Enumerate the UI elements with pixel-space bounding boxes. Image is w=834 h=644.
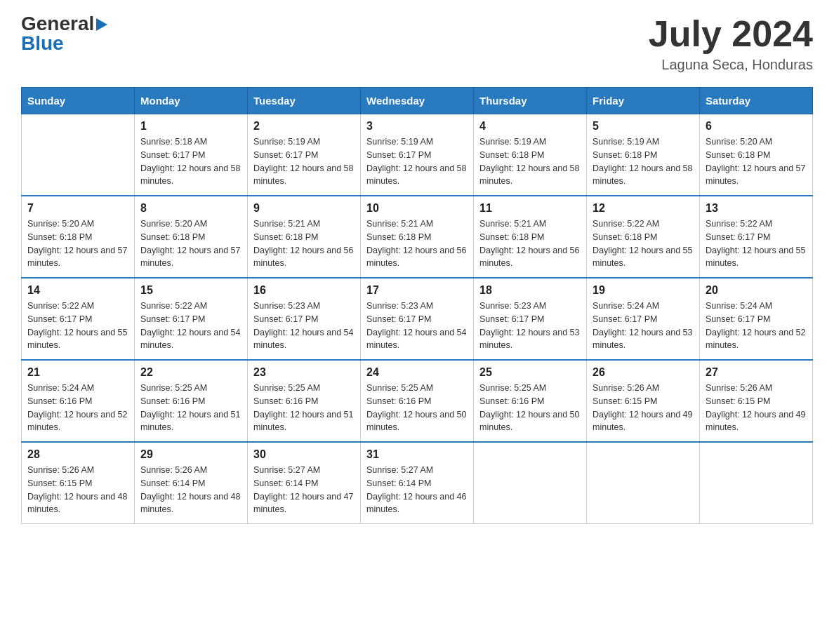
calendar-week-row: 1 Sunrise: 5:18 AMSunset: 6:17 PMDayligh… [22,114,813,196]
calendar-header-row: Sunday Monday Tuesday Wednesday Thursday… [22,88,813,114]
day-number: 3 [366,120,468,133]
table-row: 1 Sunrise: 5:18 AMSunset: 6:17 PMDayligh… [135,114,248,196]
table-row: 21 Sunrise: 5:24 AMSunset: 6:16 PMDaylig… [22,360,135,442]
day-number: 1 [140,120,241,133]
calendar-week-row: 14 Sunrise: 5:22 AMSunset: 6:17 PMDaylig… [22,278,813,360]
day-info: Sunrise: 5:22 AMSunset: 6:17 PMDaylight:… [140,300,241,352]
table-row: 28 Sunrise: 5:26 AMSunset: 6:15 PMDaylig… [22,442,135,524]
day-number: 27 [706,366,807,379]
day-number: 14 [27,284,128,297]
day-number: 13 [706,202,807,215]
day-number: 29 [140,448,241,461]
day-number: 7 [27,202,128,215]
page-header: General Blue July 2024 Laguna Seca, Hond… [21,14,813,73]
table-row: 10 Sunrise: 5:21 AMSunset: 6:18 PMDaylig… [361,196,474,278]
day-info: Sunrise: 5:19 AMSunset: 6:17 PMDaylight:… [253,135,355,188]
day-info: Sunrise: 5:19 AMSunset: 6:17 PMDaylight:… [366,135,468,188]
table-row [22,114,135,196]
col-wednesday: Wednesday [361,88,474,114]
calendar-title: July 2024 [649,14,813,54]
table-row [587,442,700,524]
day-info: Sunrise: 5:25 AMSunset: 6:16 PMDaylight:… [140,382,241,434]
day-number: 30 [253,448,355,461]
table-row [474,442,587,524]
calendar-week-row: 7 Sunrise: 5:20 AMSunset: 6:18 PMDayligh… [22,196,813,278]
day-info: Sunrise: 5:22 AMSunset: 6:18 PMDaylight:… [593,217,694,270]
table-row: 27 Sunrise: 5:26 AMSunset: 6:15 PMDaylig… [700,360,813,442]
day-number: 9 [253,202,355,215]
day-info: Sunrise: 5:25 AMSunset: 6:16 PMDaylight:… [253,382,355,434]
table-row: 7 Sunrise: 5:20 AMSunset: 6:18 PMDayligh… [22,196,135,278]
table-row: 12 Sunrise: 5:22 AMSunset: 6:18 PMDaylig… [587,196,700,278]
day-number: 4 [479,120,581,133]
day-info: Sunrise: 5:21 AMSunset: 6:18 PMDaylight:… [366,217,468,270]
table-row: 2 Sunrise: 5:19 AMSunset: 6:17 PMDayligh… [248,114,361,196]
table-row: 3 Sunrise: 5:19 AMSunset: 6:17 PMDayligh… [361,114,474,196]
day-number: 5 [593,120,694,133]
table-row: 23 Sunrise: 5:25 AMSunset: 6:16 PMDaylig… [248,360,361,442]
day-number: 2 [253,120,355,133]
col-monday: Monday [135,88,248,114]
table-row: 15 Sunrise: 5:22 AMSunset: 6:17 PMDaylig… [135,278,248,360]
day-info: Sunrise: 5:23 AMSunset: 6:17 PMDaylight:… [366,300,468,352]
day-info: Sunrise: 5:24 AMSunset: 6:17 PMDaylight:… [706,300,807,352]
day-number: 15 [140,284,241,297]
day-number: 6 [706,120,807,133]
day-info: Sunrise: 5:25 AMSunset: 6:16 PMDaylight:… [366,382,468,434]
table-row: 26 Sunrise: 5:26 AMSunset: 6:15 PMDaylig… [587,360,700,442]
day-info: Sunrise: 5:19 AMSunset: 6:18 PMDaylight:… [593,135,694,188]
col-tuesday: Tuesday [248,88,361,114]
calendar-location: Laguna Seca, Honduras [649,57,813,73]
day-info: Sunrise: 5:25 AMSunset: 6:16 PMDaylight:… [479,382,581,434]
logo: General Blue [21,14,107,53]
title-block: July 2024 Laguna Seca, Honduras [649,14,813,73]
day-number: 25 [479,366,581,379]
day-number: 10 [366,202,468,215]
day-info: Sunrise: 5:26 AMSunset: 6:15 PMDaylight:… [593,382,694,434]
day-info: Sunrise: 5:24 AMSunset: 6:17 PMDaylight:… [593,300,694,352]
table-row: 30 Sunrise: 5:27 AMSunset: 6:14 PMDaylig… [248,442,361,524]
table-row: 29 Sunrise: 5:26 AMSunset: 6:14 PMDaylig… [135,442,248,524]
day-number: 17 [366,284,468,297]
day-number: 18 [479,284,581,297]
day-number: 8 [140,202,241,215]
logo-general-text: General [21,14,94,34]
day-info: Sunrise: 5:21 AMSunset: 6:18 PMDaylight:… [479,217,581,270]
table-row: 13 Sunrise: 5:22 AMSunset: 6:17 PMDaylig… [700,196,813,278]
day-info: Sunrise: 5:22 AMSunset: 6:17 PMDaylight:… [706,217,807,270]
day-info: Sunrise: 5:26 AMSunset: 6:15 PMDaylight:… [706,382,807,434]
day-info: Sunrise: 5:22 AMSunset: 6:17 PMDaylight:… [27,300,128,352]
day-info: Sunrise: 5:20 AMSunset: 6:18 PMDaylight:… [706,135,807,188]
table-row: 6 Sunrise: 5:20 AMSunset: 6:18 PMDayligh… [700,114,813,196]
table-row: 19 Sunrise: 5:24 AMSunset: 6:17 PMDaylig… [587,278,700,360]
day-number: 22 [140,366,241,379]
day-info: Sunrise: 5:23 AMSunset: 6:17 PMDaylight:… [479,300,581,352]
day-info: Sunrise: 5:20 AMSunset: 6:18 PMDaylight:… [27,217,128,270]
table-row: 14 Sunrise: 5:22 AMSunset: 6:17 PMDaylig… [22,278,135,360]
day-number: 23 [253,366,355,379]
calendar-table: Sunday Monday Tuesday Wednesday Thursday… [21,87,813,524]
day-number: 16 [253,284,355,297]
day-number: 21 [27,366,128,379]
table-row: 17 Sunrise: 5:23 AMSunset: 6:17 PMDaylig… [361,278,474,360]
table-row: 4 Sunrise: 5:19 AMSunset: 6:18 PMDayligh… [474,114,587,196]
col-thursday: Thursday [474,88,587,114]
table-row: 20 Sunrise: 5:24 AMSunset: 6:17 PMDaylig… [700,278,813,360]
table-row: 5 Sunrise: 5:19 AMSunset: 6:18 PMDayligh… [587,114,700,196]
day-number: 31 [366,448,468,461]
day-number: 20 [706,284,807,297]
col-friday: Friday [587,88,700,114]
day-info: Sunrise: 5:19 AMSunset: 6:18 PMDaylight:… [479,135,581,188]
logo-blue-text: Blue [21,34,64,53]
table-row: 16 Sunrise: 5:23 AMSunset: 6:17 PMDaylig… [248,278,361,360]
day-number: 26 [593,366,694,379]
table-row: 31 Sunrise: 5:27 AMSunset: 6:14 PMDaylig… [361,442,474,524]
day-info: Sunrise: 5:26 AMSunset: 6:14 PMDaylight:… [140,464,241,516]
day-info: Sunrise: 5:21 AMSunset: 6:18 PMDaylight:… [253,217,355,270]
calendar-week-row: 21 Sunrise: 5:24 AMSunset: 6:16 PMDaylig… [22,360,813,442]
day-number: 19 [593,284,694,297]
day-info: Sunrise: 5:27 AMSunset: 6:14 PMDaylight:… [253,464,355,516]
day-number: 11 [479,202,581,215]
table-row: 9 Sunrise: 5:21 AMSunset: 6:18 PMDayligh… [248,196,361,278]
day-info: Sunrise: 5:24 AMSunset: 6:16 PMDaylight:… [27,382,128,434]
